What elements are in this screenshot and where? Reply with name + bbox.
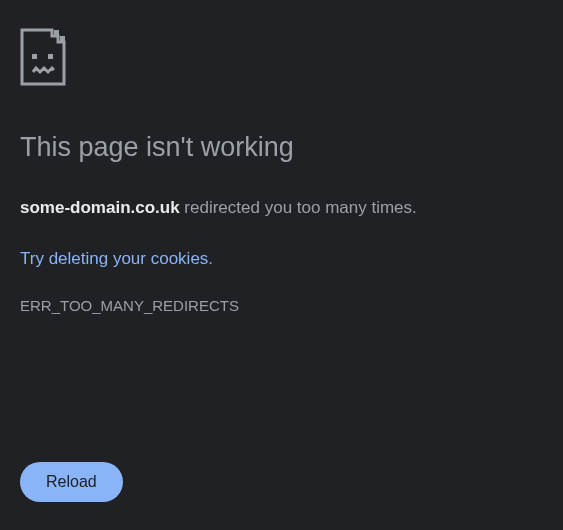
reload-button[interactable]: Reload bbox=[20, 462, 123, 502]
domain-name: some-domain.co.uk bbox=[20, 198, 180, 217]
svg-rect-2 bbox=[32, 54, 37, 59]
suggestion: Try deleting your cookies. bbox=[20, 249, 543, 269]
error-icon-container bbox=[20, 28, 543, 90]
svg-rect-1 bbox=[60, 36, 65, 41]
sad-page-icon bbox=[20, 28, 70, 86]
svg-rect-3 bbox=[48, 54, 53, 59]
message-text: redirected you too many times. bbox=[180, 198, 417, 217]
suggestion-period: . bbox=[208, 249, 213, 268]
error-code: ERR_TOO_MANY_REDIRECTS bbox=[20, 297, 543, 314]
error-message: some-domain.co.uk redirected you too man… bbox=[20, 195, 543, 221]
delete-cookies-link[interactable]: Try deleting your cookies bbox=[20, 249, 208, 268]
page-title: This page isn't working bbox=[20, 130, 543, 165]
svg-rect-0 bbox=[54, 30, 59, 35]
